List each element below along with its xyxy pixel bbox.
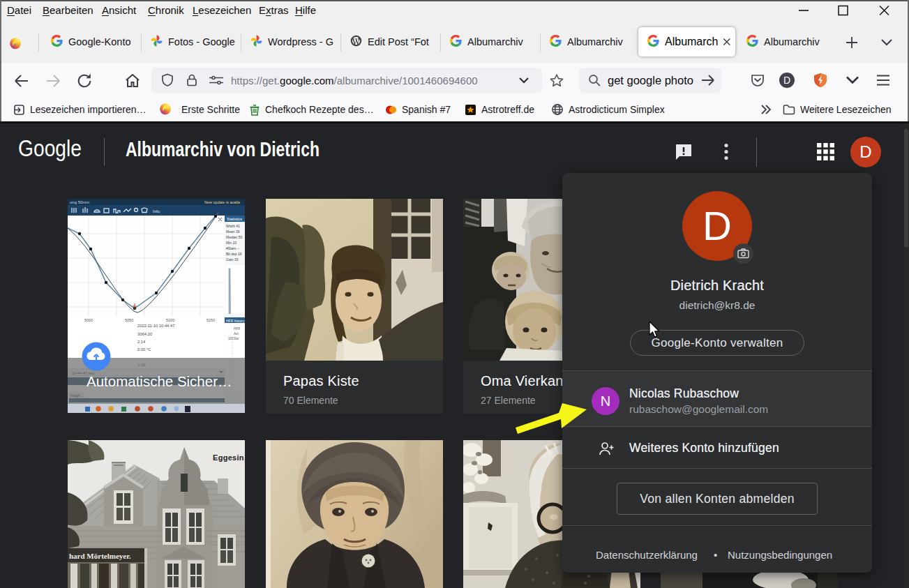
svg-text:5150: 5150 [206,318,215,322]
svg-text:Google: Google [18,137,82,161]
svg-text:Median 50: Median 50 [226,235,243,239]
svg-text:#Stars --: #Stars -- [226,246,240,250]
svg-text:Mean 39: Mean 39 [226,229,240,234]
svg-text:Automatische Sicher…: Automatische Sicher… [87,373,232,389]
svg-text:3064.20: 3064.20 [137,332,152,336]
svg-text:Min 10: Min 10 [226,241,236,245]
svg-text:Gain 33: Gain 33 [226,257,239,262]
svg-text:5100: 5100 [166,318,174,322]
svg-text:Sta: Sta [234,337,239,340]
svg-text:5000: 5000 [84,318,93,322]
svg-text:2022-11-10 10:44:47: 2022-11-10 10:44:47 [137,324,174,328]
svg-text:ung 50mm: ung 50mm [70,200,89,204]
svg-text:Info: Info [153,209,160,213]
svg-text:0.00 °C: 0.00 °C [137,347,151,352]
svg-text:Bit dep 16: Bit dep 16 [226,252,242,256]
svg-text:New update is availa: New update is availa [204,200,241,204]
svg-text:Width 41: Width 41 [226,224,240,228]
svg-text:2.14: 2.14 [137,340,146,344]
svg-text:Eggesin.: Eggesin. [213,453,245,462]
svg-text:Aut: Aut [234,332,239,336]
svg-text:HFR: HFR [234,327,241,331]
svg-text:Statistics: Statistics [227,217,242,221]
svg-text:100: 100 [228,337,234,340]
svg-text:5050: 5050 [125,318,133,322]
svg-text:hard Mörtelmeyer.: hard Mörtelmeyer. [69,552,131,560]
svg-text:Albumarchiv von Dietrich: Albumarchiv von Dietrich [126,137,320,160]
svg-text:HFR history: HFR history [226,319,245,323]
